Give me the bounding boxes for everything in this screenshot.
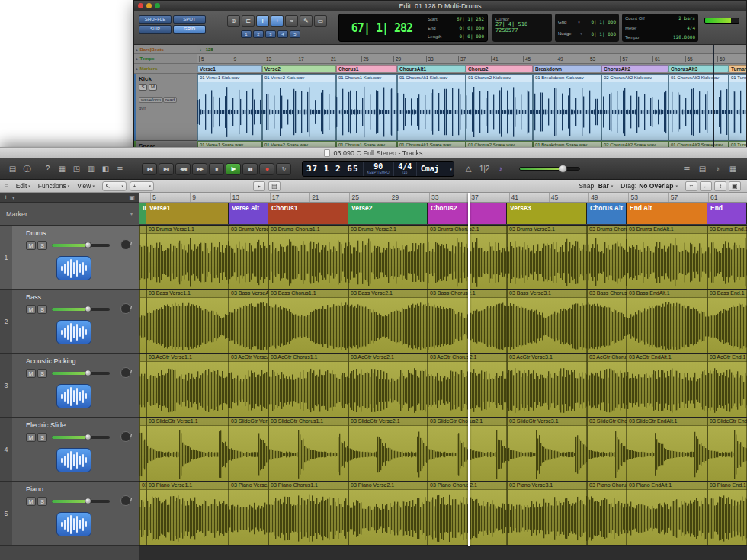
audio-region[interactable] bbox=[139, 418, 146, 481]
audio-region[interactable]: 01 Turnaround Kick.wav bbox=[729, 74, 746, 141]
audio-region[interactable]: 03 Drums Chorus1.1 bbox=[268, 226, 348, 289]
audio-region[interactable]: 03 SlideGtr Chorus1.1 bbox=[268, 418, 348, 481]
audio-region[interactable]: 03 AcGtr EndAlt.1 bbox=[627, 354, 707, 417]
library-icon[interactable]: ▤ bbox=[6, 163, 19, 175]
smart-controls-icon[interactable]: ◳ bbox=[70, 163, 83, 175]
marker-chip[interactable]: ChorusAlt3 bbox=[668, 65, 729, 72]
track-header-bass[interactable]: 2BassMS bbox=[0, 290, 139, 354]
marker-chip[interactable]: Verse2 bbox=[348, 203, 428, 224]
marker-chip[interactable]: ChoursAlt1 bbox=[397, 65, 466, 72]
audio-region[interactable]: 03 Bass Verse2.1 bbox=[348, 290, 428, 353]
tracks-timeline[interactable]: 5913172125293337414549535761 IntVerse1Ve… bbox=[139, 193, 747, 560]
field-value[interactable]: 2 bars bbox=[678, 16, 695, 21]
marquee-tool-menu[interactable]: +▾ bbox=[130, 181, 154, 191]
marker-chip[interactable]: Chorus1 bbox=[336, 65, 397, 72]
quick-help-icon[interactable]: ? bbox=[41, 163, 54, 175]
track-lane-piano[interactable]: 0303 Piano Verse1.103 Piano VerseAlt.103… bbox=[139, 482, 747, 546]
audio-region[interactable]: 03 SlideGtr Verse3.1 bbox=[507, 418, 587, 481]
audio-region[interactable]: 01 Verse1 Kick.wav bbox=[197, 74, 262, 141]
audio-region[interactable]: 03 AcGtr Verse1.1 bbox=[146, 354, 229, 417]
audio-region[interactable]: 03 Drums End.1 bbox=[707, 226, 747, 289]
audio-region[interactable]: 03 SlideGtr Verse2.1 bbox=[348, 418, 428, 481]
track-view-selector[interactable]: waveform bbox=[139, 97, 163, 103]
protools-timeline[interactable]: ♩ 128 59131721252933374145495357616569 V… bbox=[197, 45, 746, 149]
audio-region[interactable]: 01 Chorus1 Kick.wav bbox=[336, 74, 397, 141]
marker-chip[interactable]: Chorus Alt bbox=[587, 203, 627, 224]
mute-button[interactable]: M bbox=[26, 305, 36, 314]
logic-titlebar[interactable]: 03 090 C Full Stereo - Tracks bbox=[0, 148, 747, 158]
audio-region[interactable]: 03 Piano EndAlt.1 bbox=[627, 482, 707, 545]
marker-track[interactable]: IntVerse1Verse AltChorus1Verse2Chorus2Ve… bbox=[139, 203, 747, 226]
field-value[interactable]: 67| 1| 282 bbox=[457, 17, 484, 21]
audio-region[interactable]: 03 Drums Chorus2.1 bbox=[428, 226, 507, 289]
audio-region[interactable]: 01 Chorus2 Kick.wav bbox=[466, 74, 533, 141]
pause-button[interactable]: ▮▮ bbox=[242, 163, 258, 175]
audio-region[interactable]: 01 ChorusAlt3 Kick.wav bbox=[668, 74, 729, 141]
mute-button[interactable]: M bbox=[149, 84, 157, 91]
solo-button[interactable]: S bbox=[37, 497, 47, 506]
audio-region[interactable]: 03 Bass EndAlt.1 bbox=[627, 290, 707, 353]
mute-button[interactable]: M bbox=[26, 433, 36, 442]
drag-menu[interactable]: Drag:No Overlap▾ bbox=[620, 182, 678, 190]
marker-chip[interactable]: Verse3 bbox=[507, 203, 587, 224]
audio-region[interactable]: 03 Drums Verse1.1 bbox=[146, 226, 229, 289]
audio-region[interactable]: 03 Bass ChorusAlt.1 bbox=[587, 290, 627, 353]
pointer-tool-menu[interactable]: ↖▾ bbox=[102, 181, 127, 191]
track-icon[interactable] bbox=[56, 256, 91, 280]
note-pads-icon[interactable]: ▤ bbox=[696, 163, 709, 175]
editors-icon[interactable]: ◧ bbox=[99, 163, 112, 175]
tempo-ruler[interactable]: ♩ 128 bbox=[197, 45, 746, 54]
track-header-acoustic-picking[interactable]: 3Acoustic PickingMS bbox=[0, 354, 139, 418]
audio-region[interactable]: 03 Piano Verse2.1 bbox=[348, 482, 428, 545]
field-value[interactable]: 0| 0| 000 bbox=[459, 34, 484, 39]
zoom-preset-5[interactable]: 5 bbox=[290, 30, 300, 38]
audio-region[interactable]: 03 Piano VerseAlt.1 bbox=[229, 482, 268, 545]
track-header-piano[interactable]: 5PianoMS bbox=[0, 482, 139, 546]
track-lane-acoustic-picking[interactable]: 03 AcGtr Verse1.103 AcGtr VerseAlt.103 A… bbox=[139, 354, 747, 418]
vertical-zoom-icon[interactable]: ↕ bbox=[714, 181, 726, 191]
inspector-icon[interactable]: ⓘ bbox=[21, 163, 34, 175]
audio-region[interactable]: 01 ChoursAlt1 Kick.wav bbox=[397, 74, 466, 141]
main-counter-value[interactable]: 67| 1| 282 bbox=[339, 14, 425, 41]
audio-region[interactable]: 03 Piano Verse1.1 bbox=[146, 482, 229, 545]
cycle-button[interactable]: ↻ bbox=[276, 163, 291, 175]
audio-region[interactable]: 03 Drums Verse2.1 bbox=[348, 226, 428, 289]
stop-button[interactable]: ■ bbox=[209, 163, 224, 175]
scrubber-tool-icon[interactable]: ≈ bbox=[285, 15, 298, 27]
volume-knob[interactable] bbox=[85, 370, 91, 376]
volume-knob[interactable] bbox=[85, 434, 91, 440]
view-options-icon[interactable]: ▣ bbox=[729, 181, 741, 191]
audio-region[interactable]: 03 Bass Verse3.1 bbox=[507, 290, 587, 353]
track-header-drums[interactable]: 1DrumsMS bbox=[0, 226, 139, 290]
rewind-button[interactable]: ◀◀ bbox=[175, 163, 191, 175]
audio-region[interactable]: 03 Drums VerseAlt.1 bbox=[229, 226, 268, 289]
mixer-icon[interactable]: ▥ bbox=[85, 163, 98, 175]
grabber-tool-icon[interactable]: + bbox=[271, 15, 284, 27]
audio-region[interactable] bbox=[139, 354, 146, 417]
audio-region[interactable]: 03 AcGtr ChorusAlt.1 bbox=[587, 354, 627, 417]
audio-region[interactable]: 03 Drums EndAlt.1 bbox=[627, 226, 707, 289]
audio-region[interactable]: 03 Bass Chorus1.1 bbox=[268, 290, 348, 353]
pan-knob[interactable] bbox=[120, 431, 131, 442]
metronome-icon[interactable]: △ bbox=[462, 163, 475, 175]
field-value[interactable]: 128.0000 bbox=[673, 35, 695, 40]
audio-region[interactable]: 03 AcGtr End.1 bbox=[707, 354, 747, 417]
menu-edit[interactable]: Edit▾ bbox=[16, 182, 30, 190]
play-button[interactable]: ▶ bbox=[226, 163, 241, 175]
track-header-electric-slide[interactable]: 4Electric SlideMS bbox=[0, 418, 139, 482]
solo-button[interactable]: S bbox=[37, 241, 47, 250]
mute-button[interactable]: M bbox=[26, 369, 36, 378]
bars-beats-ruler[interactable]: 59131721252933374145495357616569 bbox=[197, 54, 746, 64]
record-button[interactable]: ● bbox=[259, 163, 274, 175]
field-value[interactable]: 0| 0| 000 bbox=[459, 26, 484, 30]
volume-knob[interactable] bbox=[85, 306, 91, 312]
ruler-name-tempo[interactable]: ▸Tempo bbox=[134, 54, 197, 64]
zoom-preset-1[interactable]: 1 bbox=[241, 30, 252, 38]
lcd-tempo[interactable]: 90KEEP TEMPO bbox=[364, 162, 394, 176]
playhead[interactable] bbox=[468, 193, 470, 546]
pan-knob[interactable] bbox=[120, 495, 131, 506]
solo-button[interactable]: S bbox=[139, 84, 147, 91]
smart-tool-icon[interactable]: ▭ bbox=[314, 15, 327, 27]
marker-chip[interactable]: Chorus2 bbox=[428, 203, 507, 224]
menu-functions[interactable]: Functions▾ bbox=[38, 182, 69, 190]
